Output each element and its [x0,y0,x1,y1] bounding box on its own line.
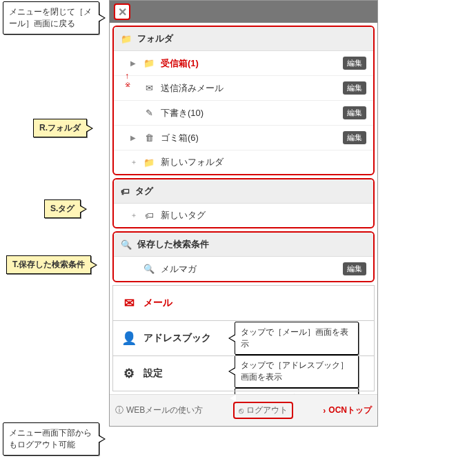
folder-label: 送信済みメール [161,82,337,95]
search-icon: 🔍 [143,264,155,274]
info-icon: ⓘ [115,404,123,416]
tags-section: 🏷 タグ ＋ 🏷 新しいタグ [112,178,375,228]
folder-icon: 📁 [143,157,155,168]
saved-search-header-label: 保存した検索条件 [137,238,209,251]
nav-mail-label: メール [143,297,172,309]
footer-ocn-label: OCNトップ [328,404,372,416]
saved-search-label: メルマガ [161,263,337,275]
folder-label: 下書き(10) [161,107,337,119]
nav-mail[interactable]: ✉ メール [112,285,375,321]
sent-icon: ✉ [143,83,155,93]
search-icon: 🔍 [121,240,132,250]
chevron-right-icon: › [323,406,326,416]
footer-help[interactable]: ⓘ WEBメールの使い方 [115,404,203,416]
draft-icon: ✎ [143,108,155,118]
folder-new[interactable]: ＋ 📁 新しいフォルダ [114,150,373,174]
plus-icon: ＋ [130,211,137,220]
tags-header[interactable]: 🏷 タグ [114,179,373,204]
folder-label: 受信箱(1) [161,57,337,70]
label-t-search: T.保存した検索条件 [6,255,91,274]
footer: ⓘ WEBメールの使い方 ⎋ ログアウト › OCNトップ [110,394,377,426]
trash-icon: 🗑 [143,133,155,143]
folder-trash[interactable]: ▶ 🗑 ゴミ箱(6) 編集 [114,126,373,150]
footer-logout-label: ログアウト [246,404,288,416]
tag-new-label: 新しいタグ [161,209,366,222]
tags-header-label: タグ [135,185,153,197]
saved-search-item[interactable]: 🔍 メルマガ 編集 [114,257,373,281]
edit-button[interactable]: 編集 [343,131,366,144]
edit-button[interactable]: 編集 [343,262,366,275]
chevron-right-icon: ▶ [130,134,137,142]
edit-button[interactable]: 編集 [343,106,366,119]
folders-header-label: フォルダ [137,32,173,45]
menu-panel: ✕ 📁 フォルダ ▶ 📁 受信箱(1) 編集 ↑※ ✉ 送信済みメール 編集 ✎… [109,0,378,427]
logout-icon: ⎋ [239,406,244,416]
addressbook-icon: 👤 [121,331,137,346]
folder-inbox[interactable]: ▶ 📁 受信箱(1) 編集 ↑※ [114,51,373,76]
edit-button[interactable]: 編集 [343,57,366,70]
tag-new[interactable]: ＋ 🏷 新しいタグ [114,204,373,227]
folder-sent[interactable]: ✉ 送信済みメール 編集 [114,76,373,101]
close-icon: ✕ [118,6,127,19]
tag-icon: 🏷 [143,211,155,221]
tag-icon: 🏷 [121,186,130,197]
footer-ocn-top[interactable]: › OCNトップ [323,404,372,416]
footer-help-label: WEBメールの使い方 [126,404,203,416]
folder-new-label: 新しいフォルダ [161,156,366,168]
chevron-right-icon: ▶ [130,59,137,67]
folder-icon: 📁 [143,58,155,68]
edit-button[interactable]: 編集 [343,81,366,95]
folders-header[interactable]: 📁 フォルダ [114,27,373,51]
label-r-folder: R.フォルダ [33,119,87,137]
callout-close-menu: メニューを閉じて［メール］画面に戻る [3,1,99,35]
folder-icon: 📁 [121,34,132,44]
saved-search-section: 🔍 保存した検索条件 🔍 メルマガ 編集 [112,231,375,282]
nav-settings-label: 設定 [143,367,163,380]
gear-icon: ⚙ [121,366,137,381]
folders-section: 📁 フォルダ ▶ 📁 受信箱(1) 編集 ↑※ ✉ 送信済みメール 編集 ✎ 下… [112,26,375,175]
folder-drafts[interactable]: ✎ 下書き(10) 編集 [114,101,373,126]
nav-address-book[interactable]: 👤 アドレスブック [112,321,375,356]
mail-icon: ✉ [121,295,137,311]
label-s-tag: S.タグ [44,199,81,218]
plus-icon: ＋ [130,157,137,167]
footer-logout[interactable]: ⎋ ログアウト [233,402,293,419]
nav-address-label: アドレスブック [143,332,211,344]
saved-search-header[interactable]: 🔍 保存した検索条件 [114,233,373,257]
folder-label: ゴミ箱(6) [161,132,337,144]
top-bar: ✕ [110,1,377,23]
main-nav: ✉ メール 👤 アドレスブック ⚙ 設定 [112,285,375,391]
nav-settings[interactable]: ⚙ 設定 [112,356,375,391]
callout-logout: メニュー画面下部からもログアウト可能 [3,422,99,456]
close-button[interactable]: ✕ [114,3,130,20]
